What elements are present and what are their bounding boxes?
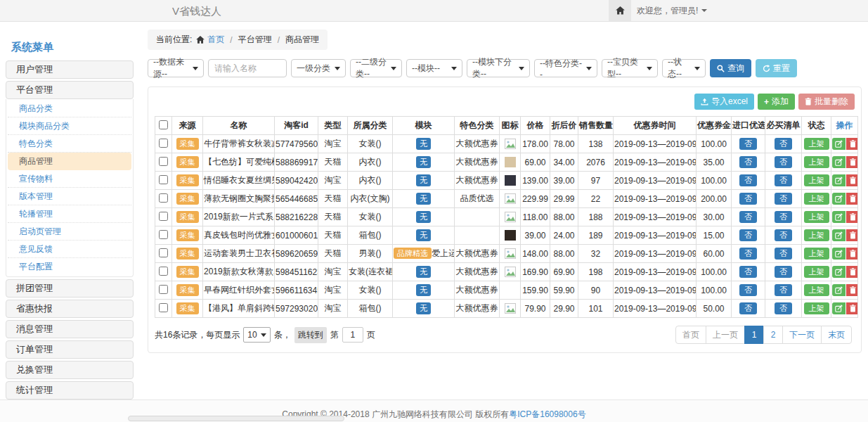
sidebar-item-版本管理[interactable]: 版本管理 bbox=[8, 188, 131, 205]
sidebar-item-模块商品分类[interactable]: 模块商品分类 bbox=[8, 117, 131, 135]
level1-category-select[interactable]: 一级分类 bbox=[291, 59, 346, 77]
sidebar-item-省惠快报[interactable]: 省惠快报 bbox=[6, 300, 134, 318]
import-choice-toggle[interactable]: 否 bbox=[739, 193, 757, 205]
sidebar-item-轮播管理[interactable]: 轮播管理 bbox=[8, 205, 131, 223]
sidebar-item-订单管理[interactable]: 订单管理 bbox=[6, 340, 134, 359]
name-search-input[interactable] bbox=[208, 59, 287, 77]
row-checkbox[interactable] bbox=[159, 230, 168, 239]
import-choice-toggle[interactable]: 否 bbox=[739, 248, 757, 260]
sidebar-item-宣传物料[interactable]: 宣传物料 bbox=[8, 170, 131, 188]
row-checkbox[interactable] bbox=[159, 303, 168, 312]
delete-button[interactable] bbox=[846, 248, 858, 260]
edit-button[interactable] bbox=[832, 174, 846, 186]
status-button[interactable]: 上架 bbox=[804, 156, 829, 168]
sidebar-item-平台管理[interactable]: 平台管理 bbox=[6, 81, 134, 99]
page-button-首页[interactable]: 首页 bbox=[675, 326, 706, 344]
status-button[interactable]: 上架 bbox=[804, 229, 829, 241]
row-checkbox[interactable] bbox=[159, 139, 168, 148]
page-button-1[interactable]: 1 bbox=[744, 326, 764, 344]
query-button[interactable]: 查询 bbox=[710, 59, 751, 77]
batch-delete-button[interactable]: 批量删除 bbox=[798, 94, 855, 110]
sidebar-item-拼团管理[interactable]: 拼团管理 bbox=[6, 279, 134, 298]
must-buy-toggle[interactable]: 否 bbox=[775, 174, 792, 186]
delete-button[interactable] bbox=[846, 138, 858, 150]
add-button[interactable]: + 添加 bbox=[758, 94, 795, 110]
sidebar-item-兑换管理[interactable]: 兑换管理 bbox=[6, 361, 134, 379]
edit-button[interactable] bbox=[832, 156, 846, 168]
delete-button[interactable] bbox=[846, 284, 858, 296]
row-checkbox[interactable] bbox=[159, 193, 168, 203]
delete-button[interactable] bbox=[846, 229, 858, 241]
row-checkbox[interactable] bbox=[159, 248, 168, 257]
sidebar-item-意见反馈[interactable]: 意见反馈 bbox=[8, 241, 131, 258]
import-choice-toggle[interactable]: 否 bbox=[739, 266, 757, 278]
reset-button[interactable]: 重置 bbox=[756, 59, 797, 77]
select-all-checkbox[interactable] bbox=[159, 120, 168, 129]
horizontal-scrollbar[interactable] bbox=[128, 416, 344, 421]
home-button[interactable] bbox=[609, 0, 631, 21]
edit-button[interactable] bbox=[832, 138, 846, 150]
must-buy-toggle[interactable]: 否 bbox=[775, 211, 792, 223]
delete-button[interactable] bbox=[846, 156, 858, 168]
edit-button[interactable] bbox=[832, 266, 846, 278]
breadcrumb-home-link[interactable]: 首页 bbox=[207, 34, 224, 46]
import-excel-button[interactable]: 导入excel bbox=[694, 94, 754, 110]
sidebar-item-启动页管理[interactable]: 启动页管理 bbox=[8, 223, 131, 241]
edit-button[interactable] bbox=[832, 229, 846, 241]
must-buy-toggle[interactable]: 否 bbox=[775, 266, 792, 278]
sidebar-item-商品管理[interactable]: 商品管理 bbox=[8, 153, 131, 170]
status-button[interactable]: 上架 bbox=[804, 248, 829, 260]
page-size-select[interactable]: 10 bbox=[243, 327, 270, 343]
module-select[interactable]: --模块-- bbox=[406, 59, 462, 77]
must-buy-toggle[interactable]: 否 bbox=[775, 156, 792, 168]
must-buy-toggle[interactable]: 否 bbox=[775, 193, 792, 205]
feature-category-select[interactable]: --特色分类-- bbox=[534, 59, 597, 77]
sidebar-item-消息管理[interactable]: 消息管理 bbox=[6, 320, 134, 338]
status-button[interactable]: 上架 bbox=[804, 138, 829, 150]
row-checkbox[interactable] bbox=[159, 212, 168, 221]
import-choice-toggle[interactable]: 否 bbox=[739, 138, 757, 150]
status-button[interactable]: 上架 bbox=[804, 193, 829, 205]
data-source-select[interactable]: --数据来源-- bbox=[148, 59, 204, 77]
status-button[interactable]: 上架 bbox=[804, 211, 829, 223]
icp-link[interactable]: 粤ICP备16098006号 bbox=[509, 409, 585, 419]
edit-button[interactable] bbox=[832, 284, 846, 296]
import-choice-toggle[interactable]: 否 bbox=[739, 156, 757, 168]
delete-button[interactable] bbox=[846, 193, 858, 205]
page-button-上一页[interactable]: 上一页 bbox=[706, 326, 745, 344]
delete-button[interactable] bbox=[846, 211, 858, 223]
sidebar-item-商品分类[interactable]: 商品分类 bbox=[8, 100, 131, 117]
edit-button[interactable] bbox=[832, 248, 846, 260]
status-button[interactable]: 上架 bbox=[804, 302, 829, 314]
page-button-末页[interactable]: 末页 bbox=[821, 326, 852, 344]
import-choice-toggle[interactable]: 否 bbox=[739, 284, 757, 296]
jump-button[interactable]: 跳转到 bbox=[294, 327, 327, 343]
sidebar-item-平台配置[interactable]: 平台配置 bbox=[8, 258, 131, 276]
status-select[interactable]: --状态-- bbox=[662, 59, 706, 77]
page-button-下一页[interactable]: 下一页 bbox=[782, 326, 822, 344]
sidebar-item-特色分类[interactable]: 特色分类 bbox=[8, 135, 131, 153]
delete-button[interactable] bbox=[846, 302, 858, 314]
must-buy-toggle[interactable]: 否 bbox=[775, 284, 792, 296]
must-buy-toggle[interactable]: 否 bbox=[775, 302, 792, 314]
row-checkbox[interactable] bbox=[159, 157, 168, 166]
must-buy-toggle[interactable]: 否 bbox=[775, 138, 792, 150]
jump-page-input[interactable] bbox=[342, 327, 363, 343]
edit-button[interactable] bbox=[832, 193, 846, 205]
item-type-select[interactable]: --宝贝类型-- bbox=[602, 59, 658, 77]
status-button[interactable]: 上架 bbox=[804, 284, 829, 296]
page-button-2[interactable]: 2 bbox=[763, 326, 783, 344]
status-button[interactable]: 上架 bbox=[804, 174, 829, 186]
row-checkbox[interactable] bbox=[159, 285, 168, 294]
user-menu[interactable]: 欢迎您，管理员! bbox=[637, 0, 707, 21]
module-subcategory-select[interactable]: --模块下分类-- bbox=[467, 59, 530, 77]
import-choice-toggle[interactable]: 否 bbox=[739, 229, 757, 241]
import-choice-toggle[interactable]: 否 bbox=[739, 211, 757, 223]
delete-button[interactable] bbox=[846, 266, 858, 278]
must-buy-toggle[interactable]: 否 bbox=[775, 229, 792, 241]
level2-category-select[interactable]: --二级分类-- bbox=[350, 59, 402, 77]
row-checkbox[interactable] bbox=[159, 267, 168, 276]
delete-button[interactable] bbox=[846, 174, 858, 186]
sidebar-item-统计管理[interactable]: 统计管理 bbox=[6, 381, 134, 399]
import-choice-toggle[interactable]: 否 bbox=[739, 174, 757, 186]
